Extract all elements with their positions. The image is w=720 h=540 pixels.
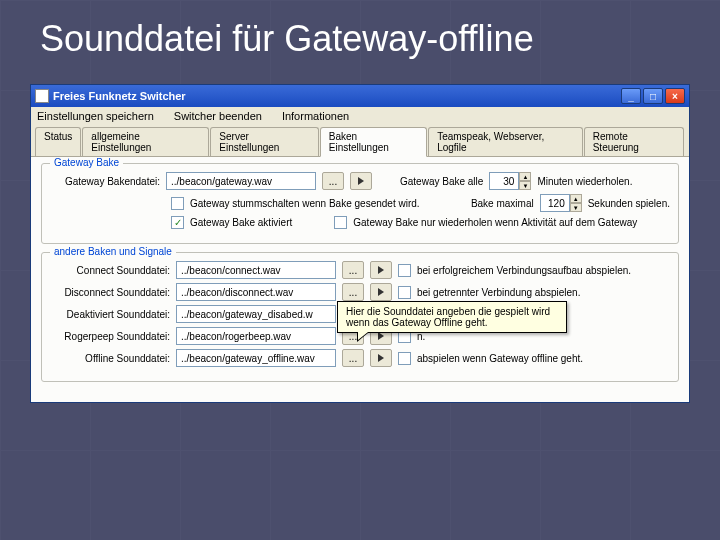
tab-remote[interactable]: Remote Steuerung — [584, 127, 684, 156]
app-icon — [35, 89, 49, 103]
tab-row: Status allgemeine Einstellungen Server E… — [31, 125, 689, 157]
group-title-other: andere Baken und Signale — [50, 246, 176, 257]
tab-general[interactable]: allgemeine Einstellungen — [82, 127, 209, 156]
sound-input[interactable] — [176, 327, 336, 345]
sound-label: Deaktiviert Sounddatei: — [50, 309, 170, 320]
group-gateway-bake: Gateway Bake Gateway Bakendatei: ... Gat… — [41, 163, 679, 244]
sound-label: Disconnect Sounddatei: — [50, 287, 170, 298]
max-spinner[interactable]: ▲▼ — [540, 194, 582, 212]
only-checkbox[interactable] — [334, 216, 347, 229]
sound-label: Rogerpeep Sounddatei: — [50, 331, 170, 342]
play-button[interactable] — [370, 349, 392, 367]
repeat-spinner[interactable]: ▲▼ — [489, 172, 531, 190]
browse-button[interactable]: ... — [322, 172, 344, 190]
slide-title: Sounddatei für Gateway-offline — [40, 18, 534, 60]
tooltip: Hier die Sounddatei angeben die gespielt… — [337, 301, 567, 333]
tab-baken[interactable]: Baken Einstellungen — [320, 127, 427, 157]
sound-row: Offline Sounddatei:...abspielen wenn Gat… — [50, 349, 670, 367]
sound-label: Offline Sounddatei: — [50, 353, 170, 364]
bake-file-label: Gateway Bakendatei: — [50, 176, 160, 187]
mute-checkbox[interactable] — [171, 197, 184, 210]
group-title: Gateway Bake — [50, 157, 123, 168]
sound-checkbox[interactable] — [398, 352, 411, 365]
tab-teamspeak[interactable]: Teamspeak, Webserver, Logfile — [428, 127, 583, 156]
sound-input[interactable] — [176, 349, 336, 367]
app-window: Freies Funknetz Switcher _ □ × Einstellu… — [30, 84, 690, 403]
bake-file-input[interactable] — [166, 172, 316, 190]
play-button[interactable] — [370, 261, 392, 279]
close-button[interactable]: × — [665, 88, 685, 104]
menubar: Einstellungen speichern Switcher beenden… — [31, 107, 689, 125]
menu-info[interactable]: Informationen — [282, 110, 349, 122]
sound-input[interactable] — [176, 261, 336, 279]
titlebar: Freies Funknetz Switcher _ □ × — [31, 85, 689, 107]
mute-label: Gateway stummschalten wenn Bake gesendet… — [190, 198, 420, 209]
window-title: Freies Funknetz Switcher — [53, 90, 186, 102]
play-button[interactable] — [370, 283, 392, 301]
sound-desc: abspielen wenn Gateway offline geht. — [417, 353, 583, 364]
spin-up-icon[interactable]: ▲ — [519, 172, 531, 181]
max-post: Sekunden spielen. — [588, 198, 670, 209]
maximize-button[interactable]: □ — [643, 88, 663, 104]
repeat-post: Minuten wiederholen. — [537, 176, 632, 187]
active-checkbox[interactable]: ✓ — [171, 216, 184, 229]
browse-button[interactable]: ... — [342, 283, 364, 301]
sound-label: Connect Sounddatei: — [50, 265, 170, 276]
spin-up-icon[interactable]: ▲ — [570, 194, 582, 203]
group-other-signals: andere Baken und Signale Connect Soundda… — [41, 252, 679, 382]
sound-row: Disconnect Sounddatei:...bei getrennter … — [50, 283, 670, 301]
sound-checkbox[interactable] — [398, 286, 411, 299]
minimize-button[interactable]: _ — [621, 88, 641, 104]
sound-desc: bei erfolgreichem Verbindungsaufbau absp… — [417, 265, 631, 276]
menu-save[interactable]: Einstellungen speichern — [37, 110, 154, 122]
max-pre: Bake maximal — [471, 198, 534, 209]
spin-down-icon[interactable]: ▼ — [570, 203, 582, 212]
sound-input[interactable] — [176, 305, 336, 323]
repeat-pre: Gateway Bake alle — [400, 176, 483, 187]
tab-status[interactable]: Status — [35, 127, 81, 156]
spin-down-icon[interactable]: ▼ — [519, 181, 531, 190]
sound-checkbox[interactable] — [398, 264, 411, 277]
browse-button[interactable]: ... — [342, 261, 364, 279]
active-label: Gateway Bake aktiviert — [190, 217, 292, 228]
sound-input[interactable] — [176, 283, 336, 301]
sound-desc: bei getrennter Verbindung abspielen. — [417, 287, 580, 298]
sound-row: Connect Sounddatei:...bei erfolgreichem … — [50, 261, 670, 279]
panel: Gateway Bake Gateway Bakendatei: ... Gat… — [31, 157, 689, 402]
browse-button[interactable]: ... — [342, 349, 364, 367]
only-label: Gateway Bake nur wiederholen wenn Aktivi… — [353, 217, 533, 228]
play-button[interactable] — [350, 172, 372, 190]
tab-server[interactable]: Server Einstellungen — [210, 127, 318, 156]
menu-quit[interactable]: Switcher beenden — [174, 110, 262, 122]
